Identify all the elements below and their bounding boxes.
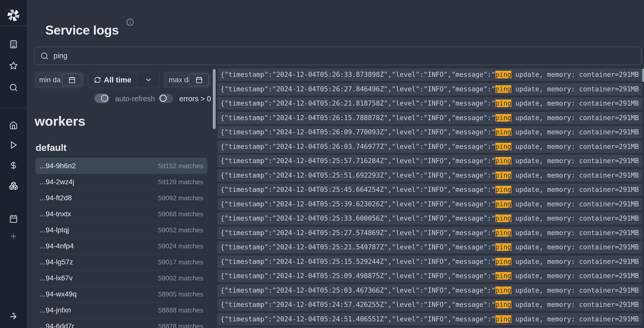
search-icon[interactable] <box>9 83 18 92</box>
time-range-button: All time <box>88 72 160 88</box>
worker-name: ...94-lg57z <box>40 258 73 266</box>
log-json-mid: ","level":"INFO","message":" <box>384 99 495 107</box>
boxes-icon[interactable] <box>9 181 18 190</box>
worker-row[interactable]: ...94-lg57z59017 matches <box>36 254 207 270</box>
log-row[interactable]: {"timestamp":"2024-12-04T05:25:15.529244… <box>218 256 642 268</box>
log-row[interactable]: {"timestamp":"2024-12-04T05:25:51.692293… <box>218 169 642 181</box>
log-json-mid: ","level":"INFO","message":" <box>384 272 495 280</box>
min-date-field[interactable]: min da <box>34 72 84 88</box>
log-row[interactable]: {"timestamp":"2024-12-04T05:25:45.664254… <box>218 184 642 196</box>
max-date-calendar-button[interactable] <box>189 74 209 86</box>
log-timestamp: 2024-12-04T05:26:33.873898Z <box>276 71 384 78</box>
worker-name: ...94-6dd7r <box>40 322 74 328</box>
log-json-prefix: {"timestamp":" <box>220 85 276 93</box>
log-json-mid: ","level":"INFO","message":" <box>384 258 495 265</box>
log-row[interactable]: {"timestamp":"2024-12-04T05:26:09.770093… <box>218 126 642 138</box>
worker-match-count: 59152 matches <box>158 162 203 170</box>
log-row[interactable]: {"timestamp":"2024-12-04T05:26:15.788878… <box>218 112 642 124</box>
worker-row[interactable]: ...94-2wz4j59129 matches <box>36 174 207 190</box>
worker-name: ...94-tnxtx <box>40 210 71 218</box>
search-match-highlight: ping <box>495 85 511 93</box>
time-range-refresh[interactable]: All time <box>88 72 137 88</box>
log-row[interactable]: {"timestamp":"2024-12-04T05:25:03.467366… <box>218 284 642 296</box>
worker-row[interactable]: ...94-jnfxn58888 matches <box>36 302 207 318</box>
play-icon[interactable] <box>9 141 18 149</box>
worker-row[interactable]: ...94-tnxtx59068 matches <box>36 206 207 222</box>
search-match-highlight: ping <box>495 215 511 222</box>
search-icon <box>40 52 49 60</box>
log-json-mid: ","level":"INFO","message":" <box>384 315 495 323</box>
log-json-mid: ","level":"INFO","message":" <box>384 114 495 122</box>
errors-label: errors > 0 <box>179 94 211 104</box>
worker-row[interactable]: ...94-lx67v59002 matches <box>36 270 207 286</box>
auto-refresh-toggle[interactable] <box>94 94 109 103</box>
arrow-right-icon[interactable] <box>9 311 18 321</box>
logs-scrollbar-thumb[interactable] <box>642 69 644 82</box>
log-row[interactable]: {"timestamp":"2024-12-04T05:26:03.746977… <box>218 141 642 153</box>
worker-list: ...94-9h6n259152 matches...94-2wz4j59129… <box>36 158 207 328</box>
worker-name: ...94-jnfxn <box>40 306 71 314</box>
log-row[interactable]: {"timestamp":"2024-12-04T05:25:21.549787… <box>218 241 642 253</box>
worker-match-count: 59017 matches <box>158 258 203 266</box>
max-date-field[interactable]: max da <box>164 72 211 88</box>
log-json-prefix: {"timestamp":" <box>220 315 276 323</box>
sidebar-divider <box>0 108 27 108</box>
log-json-prefix: {"timestamp":" <box>220 229 276 237</box>
log-json-prefix: {"timestamp":" <box>220 71 276 78</box>
toggle-knob <box>101 95 108 102</box>
workers-scrollbar-thumb[interactable] <box>213 69 216 129</box>
log-row[interactable]: {"timestamp":"2024-12-04T05:24:51.406551… <box>218 313 642 325</box>
log-message-tail: update, memory: container=291MB <box>511 143 639 150</box>
search-match-highlight: ping <box>495 71 511 78</box>
log-row[interactable]: {"timestamp":"2024-12-04T05:24:57.426255… <box>218 299 642 311</box>
search-match-highlight: ping <box>495 272 511 280</box>
worker-row[interactable]: ...94-lptqj59052 matches <box>36 222 207 238</box>
log-row[interactable]: {"timestamp":"2024-12-04T05:26:27.846496… <box>218 83 642 95</box>
search-match-highlight: ping <box>495 114 511 122</box>
plus-icon[interactable] <box>10 232 17 240</box>
log-json-prefix: {"timestamp":" <box>220 114 276 122</box>
worker-match-count: 59129 matches <box>158 178 203 186</box>
log-json-prefix: {"timestamp":" <box>220 186 276 193</box>
log-message-tail: update, memory: container=291MB <box>511 315 639 323</box>
worker-row[interactable]: ...94-wx49q58905 matches <box>36 286 207 302</box>
building-icon[interactable] <box>9 40 18 49</box>
log-row[interactable]: {"timestamp":"2024-12-04T05:26:33.873898… <box>218 69 642 81</box>
windmill-logo[interactable] <box>7 9 20 22</box>
dollar-icon[interactable] <box>9 161 18 170</box>
calendar-icon[interactable] <box>9 215 18 223</box>
time-range-dropdown[interactable] <box>137 72 160 88</box>
worker-row[interactable]: ...94-9h6n259152 matches <box>36 158 207 174</box>
log-timestamp: 2024-12-04T05:25:33.600056Z <box>276 215 384 222</box>
search-input[interactable] <box>53 51 641 60</box>
worker-row[interactable]: ...94-4nfp459024 matches <box>36 238 207 254</box>
info-icon[interactable] <box>126 18 134 26</box>
log-row[interactable]: {"timestamp":"2024-12-04T05:25:33.600056… <box>218 212 642 224</box>
log-row[interactable]: {"timestamp":"2024-12-04T05:25:39.623026… <box>218 198 642 210</box>
log-message-tail: update, memory: container=291MB <box>511 215 639 222</box>
log-json-prefix: {"timestamp":" <box>220 99 276 107</box>
log-row[interactable]: {"timestamp":"2024-12-04T05:25:57.716284… <box>218 155 642 167</box>
search-match-highlight: ping <box>495 128 511 136</box>
log-row[interactable]: {"timestamp":"2024-12-04T05:25:27.574869… <box>218 227 642 239</box>
min-date-placeholder: min da <box>35 76 61 84</box>
log-json-prefix: {"timestamp":" <box>220 215 276 222</box>
search-match-highlight: ping <box>495 258 511 265</box>
worker-row[interactable]: ...94-ft2d859092 matches <box>36 190 207 206</box>
log-message-tail: update, memory: container=291MB <box>511 128 639 136</box>
log-timestamp: 2024-12-04T05:25:09.498875Z <box>276 272 384 280</box>
log-row[interactable]: {"timestamp":"2024-12-04T05:25:09.498875… <box>218 270 642 282</box>
log-search-bar <box>34 47 642 65</box>
log-row[interactable]: {"timestamp":"2024-12-04T05:26:21.818758… <box>218 97 642 109</box>
search-match-highlight: ping <box>495 229 511 237</box>
search-match-highlight: ping <box>495 172 511 179</box>
worker-row[interactable]: ...94-6dd7r58878 matches <box>36 318 207 328</box>
log-json-prefix: {"timestamp":" <box>220 143 276 150</box>
star-icon[interactable] <box>9 61 18 70</box>
log-message-tail: update, memory: container=291MB <box>511 287 639 294</box>
min-date-calendar-button[interactable] <box>62 74 82 86</box>
home-icon[interactable] <box>9 121 18 130</box>
worker-match-count: 59092 matches <box>158 194 203 202</box>
errors-toggle[interactable] <box>159 94 173 103</box>
log-timestamp: 2024-12-04T05:25:39.623026Z <box>276 200 384 208</box>
